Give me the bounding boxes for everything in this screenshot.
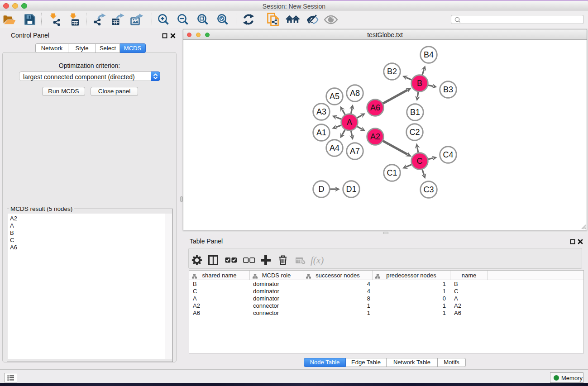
svg-text:B3: B3 [443,85,453,94]
svg-text:C1: C1 [387,168,397,177]
svg-text:C4: C4 [443,150,453,159]
svg-text:C3: C3 [423,185,434,194]
svg-text:B2: B2 [387,67,397,76]
svg-text:A5: A5 [330,92,339,101]
svg-text:D1: D1 [346,185,356,194]
svg-text:A1: A1 [316,128,326,137]
svg-text:B1: B1 [410,108,420,117]
svg-text:A6: A6 [370,103,380,112]
svg-text:A2: A2 [370,132,380,141]
svg-text:C: C [417,157,423,166]
svg-text:B4: B4 [424,50,434,59]
svg-text:A4: A4 [330,143,339,152]
svg-text:A7: A7 [350,147,360,156]
svg-text:A3: A3 [316,107,326,116]
svg-text:C2: C2 [409,128,420,137]
svg-text:B: B [417,79,422,88]
svg-text:A8: A8 [350,89,360,98]
svg-text:A: A [347,118,352,127]
svg-text:D: D [319,185,325,194]
